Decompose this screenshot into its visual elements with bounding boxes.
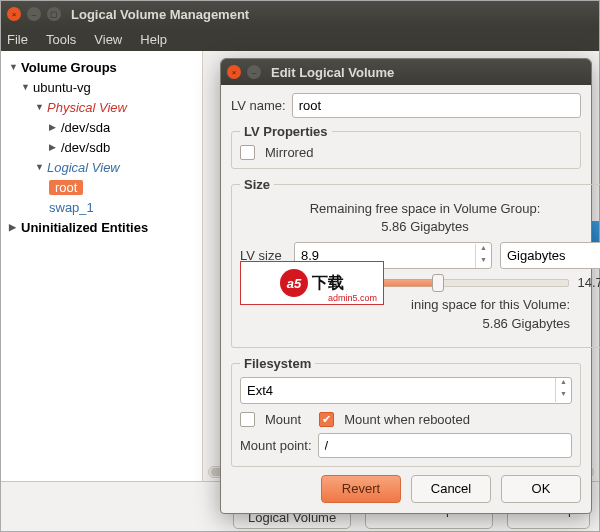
dialog-titlebar[interactable]: × – Edit Logical Volume (221, 59, 591, 85)
chevron-down-icon[interactable]: ▼ (476, 256, 491, 268)
filesystem-select[interactable]: ▲▼ (240, 377, 572, 404)
lv-name-label: LV name: (231, 98, 286, 113)
watermark-logo: a5 下载 admin5.com (240, 261, 384, 305)
dialog-minimize-icon[interactable]: – (247, 65, 261, 79)
slider-max-label: 14.76 (577, 275, 600, 290)
ok-button[interactable]: OK (501, 475, 581, 503)
main-titlebar[interactable]: × – ▢ Logical Volume Management (1, 1, 599, 27)
tree-lv-root[interactable]: root (5, 177, 198, 197)
minimize-icon[interactable]: – (27, 7, 41, 21)
mount-reboot-label: Mount when rebooted (344, 412, 470, 427)
cancel-button[interactable]: Cancel (411, 475, 491, 503)
lv-name-input[interactable] (292, 93, 581, 118)
lv-properties-legend: LV Properties (240, 124, 332, 139)
menubar: File Tools View Help (1, 27, 599, 51)
chevron-down-icon[interactable]: ▼ (556, 390, 571, 402)
lv-properties-group: LV Properties Mirrored (231, 124, 581, 169)
mount-checkbox[interactable] (240, 412, 255, 427)
menu-tools[interactable]: Tools (46, 32, 76, 47)
window-title: Logical Volume Management (71, 7, 249, 22)
dialog-title: Edit Logical Volume (271, 65, 394, 80)
mount-point-label: Mount point: (240, 438, 312, 453)
tree-volume-groups[interactable]: ▼Volume Groups (5, 57, 198, 77)
menu-view[interactable]: View (94, 32, 122, 47)
revert-button[interactable]: Revert (321, 475, 401, 503)
tree-panel: ▼Volume Groups ▼ubuntu-vg ▼Physical View… (1, 51, 203, 481)
tree-dev-sdb[interactable]: ▶/dev/sdb (5, 137, 198, 157)
tree-dev-sda[interactable]: ▶/dev/sda (5, 117, 198, 137)
slider-thumb[interactable] (432, 274, 444, 292)
menu-file[interactable]: File (7, 32, 28, 47)
chevron-up-icon[interactable]: ▲ (556, 378, 571, 390)
mirrored-label: Mirrored (265, 145, 313, 160)
tree-vg-ubuntu[interactable]: ▼ubuntu-vg (5, 77, 198, 97)
edit-lv-dialog: × – Edit Logical Volume LV name: LV Prop… (220, 58, 592, 514)
lv-size-unit-select[interactable]: ▲▼ (500, 242, 600, 269)
size-group: Size Remaining free space in Volume Grou… (231, 177, 600, 348)
size-legend: Size (240, 177, 274, 192)
mount-reboot-checkbox[interactable]: ✔ (319, 412, 334, 427)
mount-point-input[interactable] (318, 433, 572, 458)
maximize-icon[interactable]: ▢ (47, 7, 61, 21)
tree-physical-view[interactable]: ▼Physical View (5, 97, 198, 117)
tree-lv-swap[interactable]: swap_1 (5, 197, 198, 217)
menu-help[interactable]: Help (140, 32, 167, 47)
mirrored-checkbox[interactable] (240, 145, 255, 160)
filesystem-legend: Filesystem (240, 356, 315, 371)
remaining-vg-text: Remaining free space in Volume Group: 5.… (240, 200, 600, 236)
chevron-up-icon[interactable]: ▲ (476, 244, 491, 256)
close-icon[interactable]: × (7, 7, 21, 21)
dialog-close-icon[interactable]: × (227, 65, 241, 79)
filesystem-group: Filesystem ▲▼ Mount ✔ Mount when reboote… (231, 356, 581, 467)
watermark-icon: a5 (280, 269, 308, 297)
tree-logical-view[interactable]: ▼Logical View (5, 157, 198, 177)
mount-label: Mount (265, 412, 301, 427)
tree-uninitialized[interactable]: ▶Uninitialized Entities (5, 217, 198, 237)
